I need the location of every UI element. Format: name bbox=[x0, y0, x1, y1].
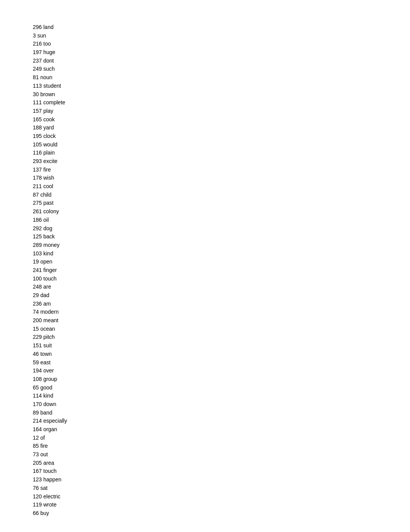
list-item: 100 touch bbox=[33, 275, 410, 283]
list-item: 188 yard bbox=[33, 124, 410, 132]
list-item: 186 oil bbox=[33, 216, 410, 224]
list-item: 46 town bbox=[33, 350, 410, 359]
list-item: 275 past bbox=[33, 199, 410, 207]
list-item: 137 fire bbox=[33, 166, 410, 174]
list-item: 197 huge bbox=[33, 48, 410, 57]
list-item: 105 would bbox=[33, 141, 410, 149]
list-item: 29 dad bbox=[33, 291, 410, 300]
list-item: 87 child bbox=[33, 191, 410, 199]
list-item: 241 finger bbox=[33, 266, 410, 275]
list-item: 292 dog bbox=[33, 224, 410, 233]
list-item: 73 out bbox=[33, 450, 410, 459]
list-item: 125 back bbox=[33, 233, 410, 241]
list-item: 66 buy bbox=[33, 509, 410, 518]
list-item: 236 am bbox=[33, 300, 410, 308]
list-item: 164 organ bbox=[33, 425, 410, 434]
list-item: 114 kind bbox=[33, 392, 410, 400]
list-item: 120 electric bbox=[33, 493, 410, 501]
list-item: 195 clock bbox=[33, 132, 410, 141]
list-item: 167 touch bbox=[33, 467, 410, 476]
list-item: 296 land bbox=[33, 23, 410, 32]
list-item: 157 play bbox=[33, 107, 410, 116]
list-item: 76 sat bbox=[33, 484, 410, 493]
list-item: 194 over bbox=[33, 367, 410, 375]
list-item: 178 wish bbox=[33, 174, 410, 182]
list-item: 3 sun bbox=[33, 32, 410, 40]
list-item: 205 area bbox=[33, 459, 410, 467]
list-item: 214 especially bbox=[33, 417, 410, 425]
list-item: 74 modern bbox=[33, 308, 410, 316]
list-item: 15 ocean bbox=[33, 325, 410, 333]
list-item: 119 wrote bbox=[33, 501, 410, 509]
list-item: 249 such bbox=[33, 65, 410, 73]
list-item: 200 meant bbox=[33, 316, 410, 325]
list-item: 123 happen bbox=[33, 476, 410, 484]
list-item: 103 kind bbox=[33, 250, 410, 258]
list-item: 229 pitch bbox=[33, 333, 410, 342]
list-item: 85 fire bbox=[33, 442, 410, 450]
list-item: 248 are bbox=[33, 283, 410, 291]
list-item: 165 cook bbox=[33, 116, 410, 124]
list-item: 81 noun bbox=[33, 73, 410, 82]
list-item: 19 open bbox=[33, 258, 410, 266]
list-item: 89 band bbox=[33, 409, 410, 417]
list-item: 65 good bbox=[33, 384, 410, 392]
list-item: 289 money bbox=[33, 241, 410, 250]
list-item: 216 too bbox=[33, 40, 410, 48]
list-item: 12 of bbox=[33, 434, 410, 442]
list-item: 237 dont bbox=[33, 57, 410, 65]
list-item: 30 brown bbox=[33, 90, 410, 99]
list-item: 59 east bbox=[33, 359, 410, 367]
list-item: 211 cool bbox=[33, 182, 410, 191]
list-item: 116 plain bbox=[33, 149, 410, 157]
list-item: 261 colony bbox=[33, 207, 410, 216]
list-item: 113 student bbox=[33, 82, 410, 90]
list-item: 111 complete bbox=[33, 99, 410, 107]
list-item: 151 suit bbox=[33, 342, 410, 350]
list-item: 170 down bbox=[33, 400, 410, 409]
list-item: 293 excite bbox=[33, 157, 410, 166]
list-item: 108 group bbox=[33, 375, 410, 384]
word-list: 296 land3 sun216 too197 huge237 dont249 … bbox=[33, 23, 410, 518]
